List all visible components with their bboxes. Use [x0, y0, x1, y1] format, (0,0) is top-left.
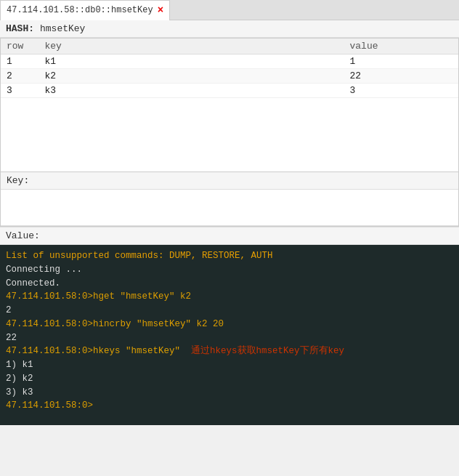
console-line: 47.114.101.58:0>hincrby "hmsetKey" k2 20 [6, 318, 453, 331]
data-table-container: row key value 1k112k2223k33 [0, 38, 459, 172]
tab-label: 47.114.101.58::db0::hmsetKey [7, 5, 153, 15]
console-text: Connecting ... [6, 265, 82, 275]
console-line: 47.114.101.58:0> [6, 399, 453, 413]
data-table: row key value 1k112k2223k33 [1, 39, 458, 98]
console-line: Connected. [6, 277, 453, 291]
console-annotation: 通过hkeys获取hmsetKey下所有key [180, 346, 344, 356]
active-tab[interactable]: 47.114.101.58::db0::hmsetKey × [0, 0, 170, 20]
console-text: 47.114.101.58:0> [6, 400, 93, 411]
table-cell-row: 1 [1, 55, 39, 69]
col-header-value: value [344, 39, 459, 55]
console-text: 47.114.101.58:0>hincrby "hmsetKey" k2 20 [6, 319, 224, 329]
table-cell-row: 2 [1, 69, 39, 84]
console-text: 2 [6, 305, 12, 315]
console-line: 47.114.101.58:0>hget "hmsetKey" k2 [6, 290, 453, 304]
table-cell-key: k2 [39, 69, 344, 84]
console-text: 22 [6, 333, 17, 343]
table-row[interactable]: 1k11 [1, 55, 458, 69]
table-row[interactable]: 2k222 [1, 69, 458, 84]
table-row[interactable]: 3k33 [1, 84, 458, 98]
table-header-row: row key value [1, 39, 458, 55]
console-line: 2) k2 [6, 372, 453, 386]
hash-value: hmsetKey [40, 23, 85, 34]
console-text: 1) k1 [6, 360, 33, 370]
console-text: 47.114.101.58:0>hget "hmsetKey" k2 [6, 291, 191, 302]
console-line: List of unsupported commands: DUMP, REST… [6, 249, 453, 263]
console-area: List of unsupported commands: DUMP, REST… [0, 245, 459, 425]
table-cell-value: 22 [344, 69, 459, 84]
table-cell-row: 3 [1, 84, 39, 98]
console-line: 3) k3 [6, 386, 453, 400]
console-line: 47.114.101.58:0>hkeys "hmsetKey" 通过hkeys… [6, 344, 453, 358]
console-line: Connecting ... [6, 263, 453, 277]
console-text: Connected. [6, 278, 60, 289]
col-header-row: row [1, 39, 39, 55]
value-section-label: Value: [0, 227, 459, 245]
table-cell-key: k3 [39, 84, 344, 98]
hash-row: HASH: hmsetKey [0, 20, 459, 38]
table-cell-value: 3 [344, 84, 459, 98]
table-cell-key: k1 [39, 55, 344, 69]
console-prompt: 47.114.101.58:0>hkeys "hmsetKey" [6, 346, 180, 356]
console-line: 2 [6, 304, 453, 318]
key-section-content[interactable] [1, 190, 458, 226]
hash-label: HASH: [6, 23, 34, 34]
console-line: 22 [6, 331, 453, 345]
key-section-label: Key: [1, 172, 458, 190]
col-header-key: key [39, 39, 344, 55]
key-section: Key: [0, 172, 459, 227]
console-line: 1) k1 [6, 358, 453, 372]
console-text: 3) k3 [6, 387, 33, 398]
console-text: 2) k2 [6, 374, 33, 384]
tab-bar: 47.114.101.58::db0::hmsetKey × [0, 0, 459, 20]
console-text: List of unsupported commands: DUMP, REST… [6, 251, 273, 261]
tab-close-icon[interactable]: × [158, 4, 163, 16]
table-cell-value: 1 [344, 55, 459, 69]
